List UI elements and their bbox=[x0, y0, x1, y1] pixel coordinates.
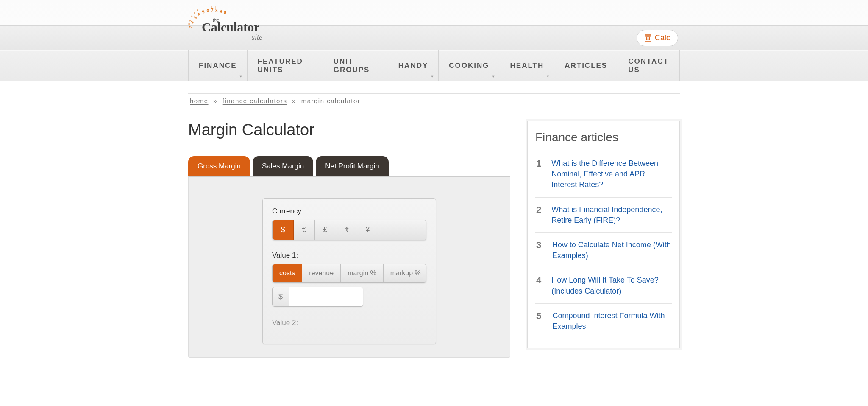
tab-sales-margin[interactable]: Sales Margin bbox=[253, 156, 313, 176]
svg-point-26 bbox=[649, 38, 650, 39]
nav-cooking[interactable]: COOKING▼ bbox=[438, 50, 499, 81]
svg-point-27 bbox=[646, 39, 647, 40]
svg-point-24 bbox=[646, 38, 647, 39]
svg-text:site: site bbox=[252, 33, 262, 42]
nav-unit-groups[interactable]: UNIT GROUPS bbox=[323, 50, 388, 81]
currency-jpy[interactable]: ¥ bbox=[357, 220, 378, 240]
value1-margin[interactable]: margin % bbox=[341, 264, 384, 282]
main-nav: FINANCE▼ FEATURED UNITS UNIT GROUPS HAND… bbox=[188, 50, 680, 81]
article-link[interactable]: Compound Interest Formula With Examples bbox=[552, 311, 671, 332]
breadcrumb-current: margin calculator bbox=[301, 97, 361, 104]
svg-point-28 bbox=[648, 39, 648, 40]
calculator-button[interactable]: Calc bbox=[637, 30, 678, 46]
calculator-tabs: Gross Margin Sales Margin Net Profit Mar… bbox=[188, 156, 510, 176]
currency-eur[interactable]: € bbox=[294, 220, 315, 240]
value1-revenue[interactable]: revenue bbox=[302, 264, 341, 282]
currency-inr[interactable]: ₹ bbox=[336, 220, 357, 240]
calculator-icon bbox=[645, 34, 651, 42]
svg-text:+: + bbox=[193, 11, 195, 15]
svg-text:|: | bbox=[211, 5, 212, 9]
svg-text:=: = bbox=[188, 22, 190, 26]
value1-costs[interactable]: costs bbox=[273, 264, 302, 282]
svg-text:×: × bbox=[197, 8, 199, 12]
value1-label: Value 1: bbox=[272, 251, 426, 260]
svg-text:4: 4 bbox=[197, 11, 201, 17]
value1-input[interactable] bbox=[289, 287, 363, 306]
value1-type-selector: costs revenue margin % markup % bbox=[272, 264, 426, 283]
breadcrumb-home[interactable]: home bbox=[190, 97, 209, 104]
svg-text:8: 8 bbox=[215, 8, 218, 13]
currency-blank[interactable] bbox=[378, 220, 426, 240]
svg-text:%: % bbox=[189, 19, 192, 22]
sidebar-title: Finance articles bbox=[535, 131, 672, 144]
svg-text:6: 6 bbox=[206, 8, 209, 13]
list-item: 1 What is the Difference Between Nominal… bbox=[535, 151, 672, 197]
svg-text:|: | bbox=[220, 6, 220, 9]
svg-text:|: | bbox=[215, 5, 216, 9]
chevron-down-icon: ▼ bbox=[430, 74, 435, 78]
chevron-down-icon: ▼ bbox=[239, 74, 244, 78]
nav-featured-units[interactable]: FEATURED UNITS bbox=[247, 50, 323, 81]
article-link[interactable]: How Long Will It Take To Save? (Includes… bbox=[551, 275, 671, 296]
article-link[interactable]: How to Calculate Net Income (With Exampl… bbox=[552, 240, 671, 261]
svg-point-29 bbox=[649, 39, 650, 40]
list-item: 4 How Long Will It Take To Save? (Includ… bbox=[535, 268, 672, 303]
svg-text:5: 5 bbox=[201, 9, 205, 14]
currency-label: Currency: bbox=[272, 207, 426, 216]
calculator-button-label: Calc bbox=[655, 34, 670, 42]
list-item: 3 How to Calculate Net Income (With Exam… bbox=[535, 232, 672, 268]
tab-gross-margin[interactable]: Gross Margin bbox=[188, 156, 250, 176]
svg-text:3: 3 bbox=[193, 15, 198, 20]
currency-usd[interactable]: $ bbox=[273, 220, 294, 240]
currency-selector: $ € £ ₹ ¥ bbox=[272, 220, 426, 240]
value1-markup[interactable]: markup % bbox=[384, 264, 426, 282]
svg-text:0: 0 bbox=[224, 10, 226, 15]
chevron-down-icon: ▼ bbox=[492, 74, 496, 78]
svg-text:Calculator: Calculator bbox=[202, 20, 260, 34]
currency-gbp[interactable]: £ bbox=[315, 220, 336, 240]
svg-text:−: − bbox=[200, 6, 202, 10]
breadcrumb-finance[interactable]: finance calculators bbox=[223, 97, 287, 104]
chevron-down-icon: ▼ bbox=[546, 74, 551, 78]
list-item: 5 Compound Interest Formula With Example… bbox=[535, 303, 672, 339]
svg-point-25 bbox=[648, 38, 648, 39]
nav-health[interactable]: HEALTH▼ bbox=[500, 50, 554, 81]
svg-text:9: 9 bbox=[220, 9, 222, 14]
tab-net-profit-margin[interactable]: Net Profit Margin bbox=[316, 156, 389, 176]
value2-label: Value 2: bbox=[272, 319, 426, 327]
svg-text:÷: ÷ bbox=[191, 14, 193, 18]
nav-finance[interactable]: FINANCE▼ bbox=[188, 50, 247, 81]
article-link[interactable]: What is Financial Independence, Retire E… bbox=[551, 204, 671, 226]
value1-prefix: $ bbox=[273, 287, 289, 306]
page-title: Margin Calculator bbox=[188, 121, 510, 139]
nav-contact[interactable]: CONTACT US bbox=[618, 50, 680, 81]
breadcrumb: home » finance calculators » margin calc… bbox=[190, 97, 678, 104]
list-item: 2 What is Financial Independence, Retire… bbox=[535, 197, 672, 232]
nav-handy[interactable]: HANDY▼ bbox=[388, 50, 438, 81]
svg-rect-23 bbox=[646, 35, 650, 36]
article-link[interactable]: What is the Difference Between Nominal, … bbox=[551, 158, 671, 190]
nav-articles[interactable]: ARTICLES bbox=[554, 50, 618, 81]
finance-articles-list: 1 What is the Difference Between Nominal… bbox=[535, 151, 672, 339]
site-logo[interactable]: 1 2 3 4 5 6 7 8 9 0 =%÷ +×− ||| the C bbox=[188, 4, 273, 46]
